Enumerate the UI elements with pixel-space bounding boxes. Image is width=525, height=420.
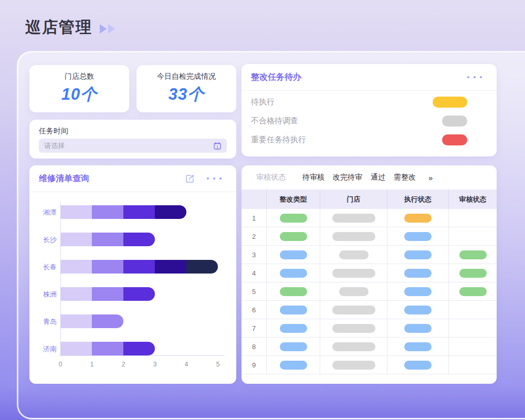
tabs-more-icon[interactable]: »	[428, 173, 433, 182]
row-number-cell: 2	[242, 227, 267, 245]
chart-x-tick-label: 2	[122, 361, 125, 368]
page-title: 巡店管理	[25, 17, 92, 38]
store-inspection-dashboard: 巡店管理 门店总数 10个 今日自检完成情况 33个 任务时间 请选择 1 整改…	[0, 0, 525, 420]
todo-status-pill	[442, 134, 467, 145]
play-icon	[100, 24, 107, 34]
store-cell	[320, 319, 387, 337]
store-pill	[332, 324, 375, 333]
type-pill	[280, 214, 307, 223]
svg-text:1: 1	[216, 144, 218, 149]
table-row[interactable]: 4	[242, 264, 497, 282]
chart-category-label: 株洲	[33, 290, 57, 299]
type-pill	[280, 287, 307, 296]
store-pill	[332, 232, 375, 241]
tab-2[interactable]: 改完待审	[333, 173, 362, 182]
tab-3[interactable]: 通过	[371, 173, 385, 182]
stat-label: 今日自检完成情况	[157, 72, 216, 81]
chart-bar	[60, 342, 155, 355]
chart-bar-segment	[60, 342, 92, 355]
review-pill	[459, 250, 487, 259]
chart-x-tick-label: 3	[153, 361, 157, 368]
chart-x-tick-label: 4	[185, 361, 188, 368]
more-options-icon[interactable]	[207, 177, 222, 180]
store-pill	[332, 361, 375, 370]
repair-panel-title: 维修清单查询	[39, 173, 89, 184]
calendar-icon[interactable]: 1	[213, 142, 222, 150]
chart-bar-segment	[60, 287, 92, 301]
type-pill	[280, 269, 307, 278]
table-header-row: 整改类型门店执行状态审核状态	[242, 190, 497, 209]
chart-bar-segment	[155, 260, 186, 274]
chart-bar-segment	[123, 233, 155, 246]
table-body: 123456789	[242, 209, 497, 374]
table-header-cell	[242, 190, 267, 209]
chart-bar-segment	[92, 233, 123, 246]
exec-cell	[387, 209, 449, 227]
store-cell	[320, 338, 387, 355]
tab-1[interactable]: 待审核	[302, 173, 324, 182]
type-pill	[280, 306, 307, 314]
store-cell	[320, 246, 387, 264]
more-options-icon[interactable]	[467, 76, 482, 78]
tasks-table: 整改类型门店执行状态审核状态 123456789	[242, 190, 497, 374]
type-cell	[267, 338, 320, 355]
exec-pill	[404, 342, 432, 351]
stat-value: 10个	[61, 83, 97, 106]
table-row[interactable]: 6	[242, 301, 497, 319]
todo-item-label: 不合格待调查	[251, 116, 298, 126]
type-cell	[267, 356, 320, 374]
type-cell	[267, 282, 320, 300]
todo-item: 重要任务待执行	[242, 130, 497, 149]
review-pill	[459, 287, 487, 296]
store-pill	[332, 214, 375, 223]
row-number: 7	[252, 324, 256, 332]
row-number-cell: 9	[242, 356, 267, 374]
type-pill	[280, 324, 307, 333]
store-pill	[332, 342, 375, 351]
store-pill	[332, 306, 375, 314]
chart-category-label: 济南	[33, 344, 57, 354]
todo-item-label: 待执行	[251, 97, 275, 107]
table-row[interactable]: 3	[242, 246, 497, 264]
table-row[interactable]: 9	[242, 356, 497, 374]
exec-cell	[387, 246, 449, 264]
row-number: 6	[252, 306, 256, 314]
todo-status-pill	[433, 97, 467, 108]
tab-4[interactable]: 需整改	[394, 173, 416, 182]
chart-x-axis	[59, 355, 225, 356]
exec-pill	[404, 232, 432, 241]
export-icon[interactable]	[185, 173, 195, 184]
exec-pill	[404, 324, 432, 333]
chart-category-label: 长沙	[33, 235, 57, 245]
table-row[interactable]: 5	[242, 282, 497, 301]
chart-category-label: 青岛	[33, 317, 57, 327]
chart-bar-segment	[186, 260, 218, 274]
chart-x-tick-label: 0	[59, 361, 62, 368]
chart-bar-segment	[123, 287, 155, 301]
task-time-label: 任务时间	[39, 127, 68, 136]
filter-label: 审核状态	[256, 173, 286, 182]
exec-cell	[387, 338, 449, 355]
review-cell	[449, 246, 497, 264]
table-row[interactable]: 2	[242, 227, 497, 246]
exec-cell	[387, 356, 449, 374]
type-pill	[280, 250, 307, 259]
review-pill	[459, 269, 487, 278]
todo-item: 不合格待调查	[242, 111, 497, 130]
task-time-picker[interactable]: 请选择 1	[39, 139, 227, 153]
stat-card-self-check: 今日自检完成情况 33个	[136, 65, 236, 112]
row-number: 3	[252, 251, 256, 259]
todo-panel: 整改任务待办 待执行不合格待调查重要任务待执行	[242, 64, 497, 156]
table-header-cell: 执行状态	[387, 190, 449, 209]
exec-pill	[404, 306, 432, 314]
chart-bar-segment	[92, 314, 123, 328]
chart-bar-segment	[123, 342, 155, 355]
task-time-placeholder: 请选择	[44, 141, 213, 151]
review-cell	[449, 282, 497, 300]
table-row[interactable]: 7	[242, 319, 497, 338]
todo-panel-header: 整改任务待办	[242, 64, 497, 91]
todo-panel-title: 整改任务待办	[251, 72, 301, 83]
chart-bar-segment	[60, 205, 92, 219]
table-row[interactable]: 8	[242, 338, 497, 356]
table-row[interactable]: 1	[242, 209, 497, 227]
